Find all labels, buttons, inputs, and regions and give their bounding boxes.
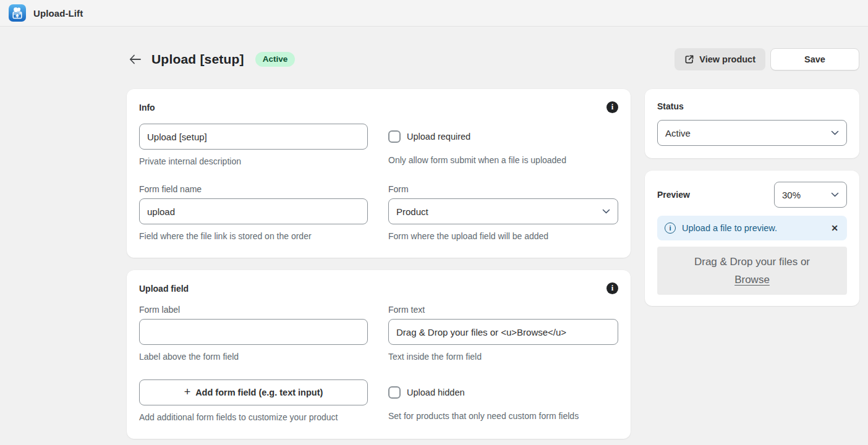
form-text-help: Text inside the form field <box>388 350 618 363</box>
upload-field-card: Upload field i Form label Label above th… <box>127 270 631 439</box>
upload-required-row: Upload required <box>388 124 618 150</box>
add-form-field-group: + Add form field (e.g. text input) Add a… <box>139 379 368 424</box>
right-column: Status Active Preview 30% <box>645 89 859 306</box>
upload-required-label[interactable]: Upload required <box>407 132 470 142</box>
preview-zoom-value: 30% <box>782 190 801 200</box>
description-field-group: Private internal description <box>139 124 368 168</box>
form-select-group: Form Product Form where the upload field… <box>388 184 618 243</box>
add-form-field-label: Add form field (e.g. text input) <box>195 388 323 397</box>
page-content: Upload [setup] Active View product Save … <box>127 27 859 439</box>
chevron-down-icon <box>831 130 839 135</box>
status-select[interactable]: Active <box>657 120 847 146</box>
upload-required-help: Only allow form submit when a file is up… <box>388 154 618 167</box>
app-logo-cloud-upload-icon <box>9 4 26 22</box>
add-form-field-button[interactable]: + Add form field (e.g. text input) <box>139 379 368 405</box>
back-arrow-icon <box>129 54 141 64</box>
preview-zoom-select[interactable]: 30% <box>774 182 847 208</box>
chevron-down-icon <box>831 192 839 197</box>
upload-hidden-group: Upload hidden Set for products that only… <box>388 379 618 424</box>
left-column: Info i Private internal description Uplo… <box>127 89 631 439</box>
preview-card-title: Preview <box>657 190 690 200</box>
upload-hidden-help: Set for products that only need custom f… <box>388 410 618 423</box>
status-select-value: Active <box>665 128 691 138</box>
upload-field-row-2: + Add form field (e.g. text input) Add a… <box>139 379 618 424</box>
view-product-label: View product <box>699 54 755 64</box>
upload-hidden-checkbox[interactable] <box>388 386 401 399</box>
form-text-input[interactable] <box>388 319 618 345</box>
view-product-button[interactable]: View product <box>674 48 765 70</box>
status-badge: Active <box>255 52 296 67</box>
info-row-2: Form field name Field where the file lin… <box>139 184 618 243</box>
form-select-label: Form <box>388 184 618 194</box>
status-card: Status Active <box>645 89 859 158</box>
browse-link[interactable]: Browse <box>734 274 770 286</box>
status-card-title: Status <box>657 101 847 111</box>
upload-hidden-row: Upload hidden <box>388 379 618 405</box>
save-button[interactable]: Save <box>770 48 859 70</box>
plus-icon: + <box>184 386 191 397</box>
upload-field-card-title: Upload field <box>139 284 189 294</box>
external-link-icon <box>684 54 694 64</box>
upload-field-tooltip-icon[interactable]: i <box>606 282 618 294</box>
form-label-label: Form label <box>139 305 368 315</box>
info-card-title: Info <box>139 103 155 112</box>
upload-required-group: Upload required Only allow form submit w… <box>388 124 618 168</box>
form-field-name-group: Form field name Field where the file lin… <box>139 184 368 243</box>
form-label-group: Form label Label above the form field <box>139 305 368 363</box>
form-text-label: Form text <box>388 305 618 315</box>
app-name: Upload-Lift <box>33 8 83 19</box>
info-circle-icon: i <box>665 222 676 234</box>
main-grid: Info i Private internal description Uplo… <box>127 89 859 439</box>
form-select[interactable]: Product <box>388 198 618 224</box>
info-card: Info i Private internal description Uplo… <box>127 89 631 258</box>
page-header: Upload [setup] Active View product Save <box>127 48 859 70</box>
header-actions: View product Save <box>674 48 859 70</box>
chevron-down-icon <box>602 209 610 214</box>
form-select-help: Form where the upload field will be adde… <box>388 230 618 243</box>
form-text-group: Form text Text inside the form field <box>388 305 618 363</box>
form-field-name-help: Field where the file link is stored on t… <box>139 230 368 243</box>
add-form-field-help: Add additional form fields to customize … <box>139 411 368 424</box>
description-help: Private internal description <box>139 155 368 168</box>
description-input[interactable] <box>139 124 368 150</box>
info-row-1: Private internal description Upload requ… <box>139 124 618 168</box>
form-label-help: Label above the form field <box>139 350 368 363</box>
close-icon[interactable]: ✕ <box>830 222 840 234</box>
preview-dropzone[interactable]: Drag & Drop your files or Browse <box>657 247 847 295</box>
upload-hidden-label[interactable]: Upload hidden <box>407 388 465 397</box>
form-field-name-label: Form field name <box>139 184 368 194</box>
topbar: Upload-Lift <box>0 0 868 27</box>
preview-info-banner: i Upload a file to preview. ✕ <box>657 216 847 240</box>
form-select-value: Product <box>396 206 428 217</box>
info-tooltip-icon[interactable]: i <box>606 101 618 113</box>
back-button[interactable] <box>127 51 143 67</box>
preview-card: Preview 30% i Upload a file to preview. … <box>645 171 859 306</box>
info-card-header: Info i <box>139 101 618 113</box>
dropzone-text: Drag & Drop your files or <box>694 256 810 268</box>
preview-card-header: Preview 30% <box>657 182 847 208</box>
page-title: Upload [setup] <box>151 52 244 67</box>
upload-field-card-header: Upload field i <box>139 282 618 294</box>
form-label-input[interactable] <box>139 319 368 345</box>
upload-field-row-1: Form label Label above the form field Fo… <box>139 305 618 363</box>
form-field-name-input[interactable] <box>139 198 368 224</box>
upload-required-checkbox[interactable] <box>388 130 401 143</box>
banner-text: Upload a file to preview. <box>682 223 777 233</box>
